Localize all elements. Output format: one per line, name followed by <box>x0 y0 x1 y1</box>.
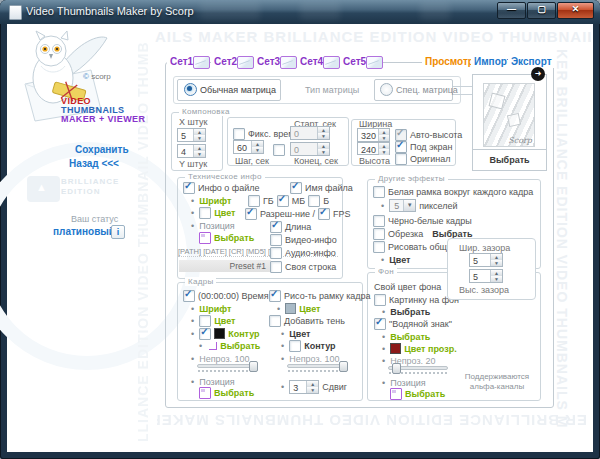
shadow-label: Добавить тень <box>284 316 345 326</box>
tab-set4[interactable]: Сет4 <box>297 55 326 68</box>
common-frame-checkbox[interactable] <box>373 241 385 253</box>
shift-label: Сдвиг <box>322 382 347 392</box>
timestamp-checkbox[interactable] <box>183 290 195 302</box>
brilliance-edition-icon <box>27 176 60 202</box>
end-enable-checkbox[interactable] <box>273 144 285 156</box>
position-picker-icon[interactable] <box>390 388 402 400</box>
end-sec-spinner[interactable]: 0▲▼ <box>290 142 330 156</box>
title-bar[interactable]: Video Thumbnails Maker by Scorp — ▢ ✕ <box>0 0 600 24</box>
length-checkbox[interactable] <box>270 221 282 233</box>
gap-height-label: Выс. зазора <box>459 285 509 295</box>
audio-info-checkbox[interactable] <box>270 247 282 259</box>
watermark-opacity-slider[interactable] <box>388 363 448 375</box>
tab-set3[interactable]: Сет3 <box>254 55 283 68</box>
transparency-color-swatch[interactable] <box>390 343 401 354</box>
frame-border-checkbox[interactable] <box>269 290 281 302</box>
tech-position-choose-link[interactable]: Выбрать <box>214 233 254 243</box>
set5-thumbnail-icon[interactable] <box>366 56 383 69</box>
tab-export[interactable]: Экспорт <box>508 55 555 68</box>
y-count-spinner[interactable]: 4▲▼ <box>177 144 206 158</box>
frames-font-link[interactable]: Шрифт <box>199 304 231 314</box>
maximize-button[interactable]: ▢ <box>527 2 556 19</box>
shadow-color-link[interactable]: Цвет <box>289 329 310 339</box>
watermark-checkbox[interactable] <box>374 318 386 330</box>
white-frame-checkbox[interactable] <box>373 186 385 198</box>
outline-style-icon <box>209 342 217 350</box>
normal-matrix-radio[interactable] <box>184 83 197 96</box>
set3-thumbnail-icon[interactable] <box>280 56 297 69</box>
set4-thumbnail-icon[interactable] <box>323 56 340 69</box>
crop-choose-link[interactable]: Выбрать <box>432 229 472 239</box>
common-frame-color-link[interactable]: Цвет <box>389 255 410 265</box>
special-matrix-box[interactable]: Спец. матрица <box>374 79 453 101</box>
pixels-dropdown[interactable]: 5▼ <box>389 199 416 212</box>
special-matrix-radio[interactable] <box>380 83 393 96</box>
x-count-label: X штук <box>179 117 207 127</box>
outline-choose-link[interactable]: Выбрать <box>220 341 260 351</box>
timestamp-label: (00:00:00) Время <box>198 291 269 301</box>
gap-width-label: Шир. зазора <box>459 243 510 253</box>
shadow-opacity-slider[interactable] <box>287 361 347 373</box>
preset-field[interactable]: Preset #1 <box>179 260 271 272</box>
frames-group-title: Кадры <box>185 277 216 286</box>
mb-checkbox[interactable] <box>277 195 289 207</box>
status-info-icon[interactable]: i <box>111 225 125 239</box>
fps-checkbox[interactable] <box>318 208 330 220</box>
shadow-outline-checkbox[interactable] <box>289 340 301 352</box>
fixed-time-checkbox[interactable] <box>233 128 245 140</box>
bg-image-choose-link[interactable]: Выбрать <box>390 307 430 317</box>
alpha-channels-note: Поддерживаются альфа-каналы <box>457 372 537 392</box>
set2-thumbnail-icon[interactable] <box>237 56 254 69</box>
slider-thumb[interactable] <box>392 363 401 374</box>
normal-matrix-box[interactable]: Обычная матрица <box>177 79 281 101</box>
bg-image-checkbox[interactable] <box>374 294 386 306</box>
frame-border-color-swatch[interactable] <box>285 303 296 314</box>
width-spinner[interactable]: 320▲▼ <box>357 128 390 142</box>
step-sec-spinner[interactable]: 60▲▼ <box>233 140 264 154</box>
slider-thumb[interactable] <box>339 361 348 372</box>
position-picker-icon[interactable] <box>199 387 211 399</box>
tab-set2[interactable]: Сет2 <box>211 55 240 68</box>
tab-preview[interactable]: Просмотр <box>422 55 477 68</box>
file-name-checkbox[interactable] <box>290 182 302 194</box>
x-count-spinner[interactable]: 5▲▼ <box>177 128 206 142</box>
start-sec-spinner[interactable]: 0▲▼ <box>290 126 330 140</box>
outline-color-swatch[interactable] <box>214 328 225 339</box>
watermark-choose-link[interactable]: Выбрать <box>390 332 430 342</box>
tab-set5[interactable]: Сет5 <box>340 55 369 68</box>
minimize-button[interactable]: — <box>497 2 526 19</box>
mb-label: МБ <box>292 196 305 206</box>
file-info-checkbox[interactable] <box>183 182 195 194</box>
tech-color-checkbox[interactable] <box>199 207 211 219</box>
height-spinner[interactable]: 240▲▼ <box>357 142 390 155</box>
black-white-checkbox[interactable] <box>373 215 385 227</box>
back-link[interactable]: Назад <<< <box>69 158 119 169</box>
gap-width-spinner[interactable]: 5▲▼ <box>469 253 503 267</box>
auto-height-label: Авто-высота <box>410 130 462 140</box>
next-style-arrow-button[interactable]: ➜ <box>531 67 545 81</box>
original-size-checkbox[interactable] <box>395 153 407 165</box>
b-label: Б <box>323 196 329 206</box>
crop-checkbox[interactable] <box>373 228 385 240</box>
frames-position-choose-link[interactable]: Выбрать <box>214 388 254 398</box>
tab-set1[interactable]: Сет1 <box>167 55 196 68</box>
frames-outline-checkbox[interactable] <box>199 328 211 340</box>
position-picker-icon[interactable] <box>199 232 211 244</box>
set1-thumbnail-icon[interactable] <box>193 56 210 69</box>
resolution-checkbox[interactable] <box>245 208 257 220</box>
video-info-checkbox[interactable] <box>270 234 282 246</box>
choose-style-button[interactable]: Выбрать <box>473 155 546 165</box>
tech-font-link[interactable]: Шрифт <box>199 196 231 206</box>
close-button[interactable]: ✕ <box>557 2 594 19</box>
fit-screen-checkbox[interactable] <box>395 141 407 153</box>
bg-position-choose-link[interactable]: Выбрать <box>405 389 445 399</box>
custom-line-checkbox[interactable] <box>270 261 282 273</box>
shadow-checkbox[interactable] <box>269 315 281 327</box>
save-link[interactable]: Сохранить <box>75 144 129 155</box>
frames-opacity-slider[interactable] <box>197 361 257 373</box>
gap-height-spinner[interactable]: 5▲▼ <box>469 269 503 283</box>
app-brand: VIDEO THUMBNAILS MAKER + VIEWER <box>61 97 145 124</box>
copyright-note: © scorp <box>83 72 111 81</box>
shift-spinner[interactable]: 3▲▼ <box>289 380 319 394</box>
slider-thumb[interactable] <box>249 361 258 372</box>
